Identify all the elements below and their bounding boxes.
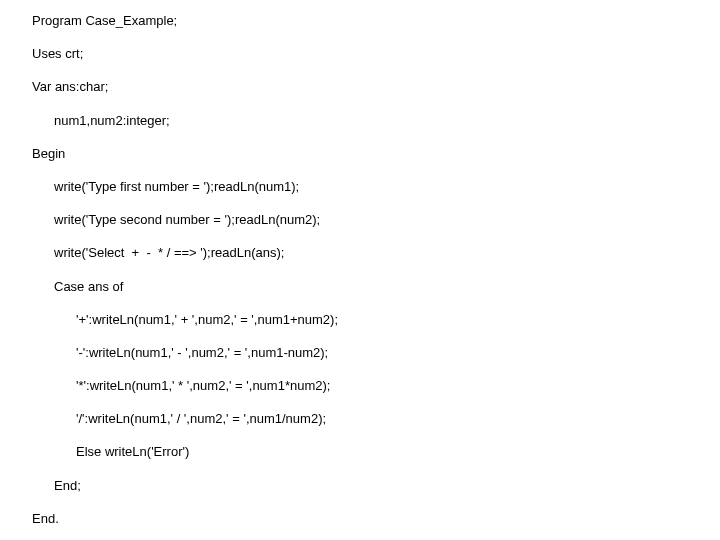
code-line-mult: '*':writeLn(num1,' * ',num2,' = ',num1*n… bbox=[32, 377, 688, 395]
code-line-minus: '-':writeLn(num1,' - ',num2,' = ',num1-n… bbox=[32, 344, 688, 362]
code-line-write1: write('Type first number = ');readLn(num… bbox=[32, 178, 688, 196]
code-line-case: Case ans of bbox=[32, 278, 688, 296]
code-line-write2: write('Type second number = ');readLn(nu… bbox=[32, 211, 688, 229]
code-line-endcase: End; bbox=[32, 477, 688, 495]
code-line-end: End. bbox=[32, 510, 688, 528]
code-line-program: Program Case_Example; bbox=[32, 12, 688, 30]
code-line-begin: Begin bbox=[32, 145, 688, 163]
code-line-plus: '+':writeLn(num1,' + ',num2,' = ',num1+n… bbox=[32, 311, 688, 329]
code-line-var2: num1,num2:integer; bbox=[32, 112, 688, 130]
code-line-uses: Uses crt; bbox=[32, 45, 688, 63]
code-line-write3: write('Select + - * / ==> ');readLn(ans)… bbox=[32, 244, 688, 262]
code-line-div: '/':writeLn(num1,' / ',num2,' = ',num1/n… bbox=[32, 410, 688, 428]
code-line-else: Else writeLn('Error') bbox=[32, 443, 688, 461]
code-line-var: Var ans:char; bbox=[32, 78, 688, 96]
